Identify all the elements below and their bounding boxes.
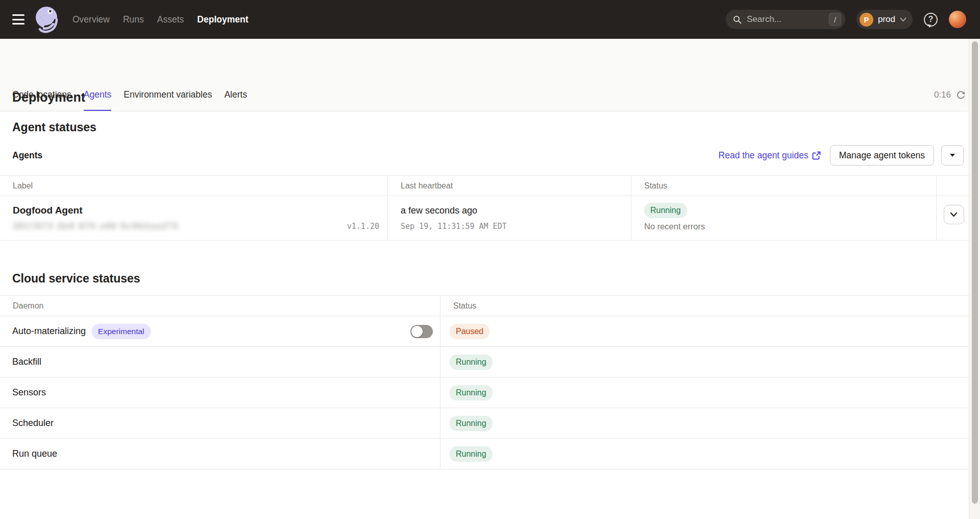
cloud-service-statuses-heading: Cloud service statuses	[12, 272, 140, 286]
chevron-down-icon	[950, 212, 958, 217]
agents-table-header: Label Last heartbeat Status	[0, 176, 971, 196]
agent-expand-button[interactable]	[944, 205, 964, 224]
agent-statuses-heading: Agent statuses	[12, 121, 96, 134]
agent-tokens-dropdown-button[interactable]	[941, 145, 964, 166]
col-header-daemon: Daemon	[0, 296, 440, 316]
col-header-last-heartbeat: Last heartbeat	[387, 176, 631, 196]
primary-nav: Overview Runs Assets Deployment	[72, 14, 248, 25]
nav-item-deployment[interactable]: Deployment	[197, 14, 248, 25]
nav-item-assets[interactable]: Assets	[157, 14, 184, 25]
daemon-status-cell: Running	[440, 347, 971, 377]
tab-alerts[interactable]: Alerts	[224, 79, 247, 111]
daemon-name: Backfill	[12, 357, 41, 367]
external-link-icon	[812, 151, 821, 160]
page-header: Deployment Code locations Agents Environ…	[0, 39, 980, 111]
scrollbar-thumb[interactable]	[972, 41, 978, 504]
top-navbar: Overview Runs Assets Deployment Search..…	[0, 0, 980, 39]
manage-agent-tokens-button[interactable]: Manage agent tokens	[830, 145, 934, 166]
toggle-knob	[411, 326, 423, 337]
agent-status-cell: Running No recent errors	[631, 196, 936, 240]
help-icon[interactable]: ?	[924, 13, 938, 27]
agent-name: Dogfood Agent	[13, 203, 387, 218]
nav-item-runs[interactable]: Runs	[123, 14, 144, 25]
search-input[interactable]: Search... /	[726, 10, 845, 29]
agent-label-cell: Dogfood Agent 3817873 2b8 879 a98 9c962a…	[0, 196, 387, 240]
caret-down-icon	[950, 154, 955, 157]
daemon-cell: Run queue	[0, 439, 440, 469]
daemon-row-scheduler: Scheduler Running	[0, 408, 971, 439]
daemon-name: Auto-materializing	[12, 326, 86, 337]
deployment-switcher[interactable]: P prod	[856, 10, 913, 29]
status-badge: Running	[450, 385, 493, 400]
cloud-services-table: Daemon Status Auto-materializing Experim…	[0, 295, 971, 469]
agent-version: v1.1.20	[347, 218, 379, 234]
daemon-name: Scheduler	[12, 418, 54, 429]
guides-link-label: Read the agent guides	[719, 150, 808, 161]
deployment-tabs: Code locations Agents Environment variab…	[12, 79, 247, 111]
help-glyph: ?	[928, 15, 934, 24]
agent-status-detail: No recent errors	[644, 222, 936, 231]
daemon-status-cell: Paused	[440, 316, 971, 346]
col-header-label: Label	[0, 176, 387, 196]
heartbeat-relative: a few seconds ago	[401, 203, 631, 218]
refresh-countdown: 0:16	[934, 90, 966, 100]
status-badge: Running	[450, 355, 493, 370]
daemon-row-run-queue: Run queue Running	[0, 439, 971, 469]
user-avatar[interactable]	[949, 11, 966, 28]
daemon-cell: Backfill	[0, 347, 440, 377]
refresh-timer-value: 0:16	[934, 90, 951, 100]
status-badge: Paused	[450, 324, 489, 339]
agents-subheading: Agents	[12, 150, 42, 161]
daemon-name: Sensors	[12, 387, 46, 398]
vertical-scrollbar	[969, 39, 980, 519]
col-header-status: Status	[440, 296, 971, 316]
tab-environment-variables[interactable]: Environment variables	[124, 79, 212, 111]
agent-actions-cell	[936, 196, 971, 240]
agent-id-redacted: 3817873 2b8 879 a98 9c962aa375	[13, 218, 179, 234]
nav-item-overview[interactable]: Overview	[72, 14, 110, 25]
experimental-badge: Experimental	[92, 324, 150, 339]
agents-table: Label Last heartbeat Status Dogfood Agen…	[0, 175, 971, 241]
navbar-right-cluster: Search... / P prod ?	[726, 10, 966, 29]
tab-agents[interactable]: Agents	[84, 79, 111, 111]
daemon-name: Run queue	[12, 449, 57, 459]
hamburger-menu-icon[interactable]	[12, 14, 24, 25]
auto-materializing-toggle[interactable]	[410, 325, 433, 338]
daemon-row-sensors: Sensors Running	[0, 378, 971, 408]
agent-heartbeat-cell: a few seconds ago Sep 19, 11:31:59 AM ED…	[387, 196, 631, 240]
chevron-down-icon	[900, 17, 906, 22]
cloud-table-header: Daemon Status	[0, 296, 971, 316]
daemon-cell: Sensors	[0, 378, 440, 408]
daemon-cell: Auto-materializing Experimental	[0, 316, 440, 346]
agents-subheader-row: Agents Read the agent guides Manage agen…	[12, 145, 964, 166]
tab-code-locations[interactable]: Code locations	[12, 79, 71, 111]
org-avatar: P	[860, 13, 873, 27]
search-icon	[733, 15, 742, 24]
org-name: prod	[878, 14, 895, 25]
agent-row: Dogfood Agent 3817873 2b8 879 a98 9c962a…	[0, 196, 971, 240]
refresh-icon[interactable]	[956, 90, 966, 100]
heartbeat-absolute: Sep 19, 11:31:59 AM EDT	[401, 218, 631, 234]
search-shortcut-key: /	[829, 13, 841, 26]
daemon-cell: Scheduler	[0, 408, 440, 438]
daemon-row-backfill: Backfill Running	[0, 347, 971, 378]
daemon-status-cell: Running	[440, 439, 971, 469]
read-agent-guides-link[interactable]: Read the agent guides	[719, 150, 821, 161]
daemon-status-cell: Running	[440, 408, 971, 438]
daemon-row-auto-materializing: Auto-materializing Experimental Paused	[0, 316, 971, 347]
col-header-actions	[936, 176, 971, 196]
col-header-status: Status	[631, 176, 936, 196]
dagster-logo-icon[interactable]	[33, 5, 60, 34]
deployment-page: Overview Runs Assets Deployment Search..…	[0, 0, 980, 519]
status-badge: Running	[450, 446, 493, 462]
agent-status-badge: Running	[644, 203, 687, 218]
status-badge: Running	[450, 416, 493, 431]
search-placeholder: Search...	[747, 14, 829, 25]
daemon-status-cell: Running	[440, 378, 971, 408]
